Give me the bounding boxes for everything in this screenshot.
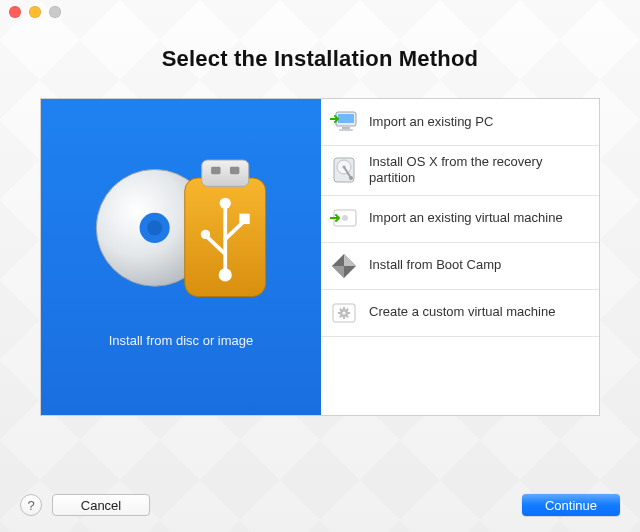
- svg-rect-5: [211, 166, 220, 174]
- svg-point-9: [219, 268, 232, 281]
- page-title: Select the Installation Method: [0, 46, 640, 72]
- option-label: Import an existing PC: [369, 114, 493, 130]
- option-label: Install OS X from the recovery partition: [369, 154, 587, 187]
- bootcamp-icon: [329, 251, 359, 281]
- dialog-footer: ? Cancel Continue: [0, 481, 640, 532]
- custom-vm-icon: [329, 298, 359, 328]
- svg-point-8: [220, 197, 231, 208]
- svg-rect-16: [342, 127, 350, 129]
- import-vm-icon: [329, 204, 359, 234]
- options-list-filler: [321, 337, 599, 416]
- import-pc-icon: [329, 107, 359, 137]
- help-button[interactable]: ?: [20, 494, 42, 516]
- svg-point-11: [201, 229, 210, 238]
- svg-point-23: [342, 215, 348, 221]
- svg-rect-17: [339, 129, 353, 131]
- disc-usb-icon: [86, 145, 276, 305]
- primary-option-label: Install from disc or image: [109, 333, 254, 348]
- svg-rect-4: [202, 160, 249, 186]
- svg-marker-26: [332, 266, 344, 278]
- svg-rect-15: [338, 114, 354, 123]
- minimize-window-icon[interactable]: [29, 6, 41, 18]
- svg-rect-6: [230, 166, 239, 174]
- maximize-window-icon: [49, 6, 61, 18]
- option-import-vm[interactable]: Import an existing virtual machine: [321, 196, 599, 243]
- options-list: Import an existing PC Install OS X from …: [321, 99, 599, 415]
- svg-rect-13: [239, 213, 249, 223]
- svg-marker-25: [344, 254, 356, 266]
- option-label: Create a custom virtual machine: [369, 304, 555, 320]
- svg-point-21: [349, 176, 353, 180]
- cancel-button[interactable]: Cancel: [52, 494, 150, 516]
- method-panel: Install from disc or image Import an exi…: [40, 98, 600, 416]
- svg-point-33: [342, 311, 345, 314]
- continue-button[interactable]: Continue: [522, 494, 620, 516]
- svg-point-2: [147, 220, 162, 235]
- option-label: Import an existing virtual machine: [369, 210, 563, 226]
- option-boot-camp[interactable]: Install from Boot Camp: [321, 243, 599, 290]
- option-custom-vm[interactable]: Create a custom virtual machine: [321, 290, 599, 337]
- hdd-icon: [329, 155, 359, 185]
- option-recovery-partition[interactable]: Install OS X from the recovery partition: [321, 146, 599, 196]
- page-header: Select the Installation Method: [0, 24, 640, 98]
- window-titlebar: [0, 0, 640, 24]
- primary-option[interactable]: Install from disc or image: [41, 99, 321, 415]
- option-label: Install from Boot Camp: [369, 257, 501, 273]
- close-window-icon[interactable]: [9, 6, 21, 18]
- option-import-pc[interactable]: Import an existing PC: [321, 99, 599, 146]
